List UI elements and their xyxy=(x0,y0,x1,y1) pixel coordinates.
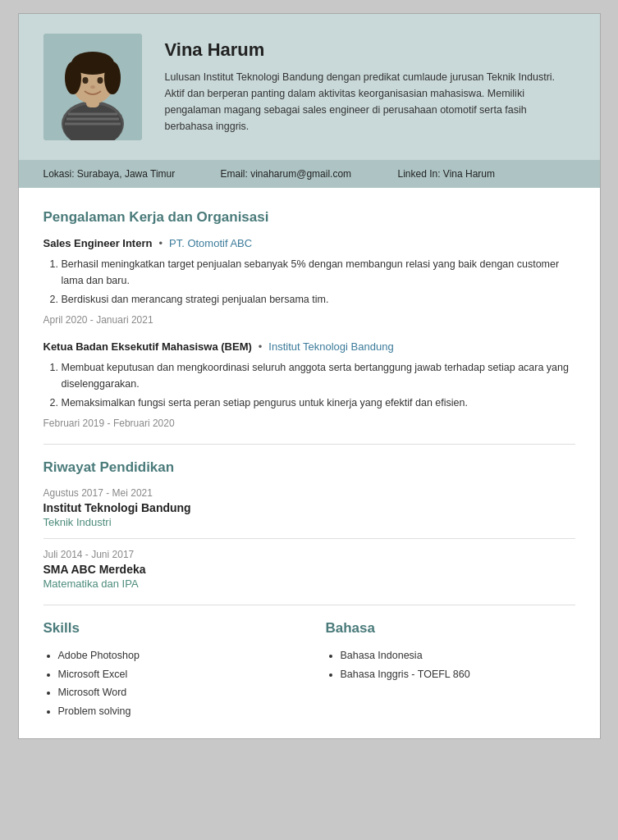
svg-point-11 xyxy=(82,77,88,84)
skills-column: Skills Adobe Photoshop Microsoft Excel M… xyxy=(43,620,293,720)
job-achievements-2: Membuat keputusan dan mengkoordinasi sel… xyxy=(43,359,575,411)
contact-email: Email: vinaharum@gmail.com xyxy=(221,168,398,180)
job-title-1: Sales Engineer Intern xyxy=(43,237,153,249)
section-divider-skills xyxy=(43,605,575,605)
avatar xyxy=(43,34,142,140)
job-header-2: Ketua Badan Eksekutif Mahasiswa (BEM) • … xyxy=(43,340,575,353)
resume-container: Vina Harum Lulusan Institut Teknologi Ba… xyxy=(18,13,601,739)
edu-major-2: Matematika dan IPA xyxy=(43,578,575,590)
skills-language-section: Skills Adobe Photoshop Microsoft Excel M… xyxy=(43,620,575,720)
language-2: Bahasa Inggris - TOEFL 860 xyxy=(341,665,575,684)
work-entry-1: Sales Engineer Intern • PT. Otomotif ABC… xyxy=(43,237,575,326)
skill-2: Microsoft Excel xyxy=(58,665,293,684)
edu-entry-1: Agustus 2017 - Mei 2021 Institut Teknolo… xyxy=(43,487,575,528)
edu-institution-1: Institut Teknologi Bandung xyxy=(43,501,575,514)
job-achievements-1: Berhasil meningkatkan target penjualan s… xyxy=(43,256,575,308)
job-company-1: PT. Otomotif ABC xyxy=(169,237,252,249)
svg-point-12 xyxy=(97,77,103,84)
achievement-2-1: Membuat keputusan dan mengkoordinasi sel… xyxy=(62,359,575,392)
edu-major-1: Teknik Industri xyxy=(43,516,575,528)
job-title-2: Ketua Badan Eksekutif Mahasiswa (BEM) xyxy=(43,340,252,353)
job-dot-2: • xyxy=(259,340,263,353)
contact-linkedin: Linked In: Vina Harum xyxy=(398,168,575,180)
job-header-1: Sales Engineer Intern • PT. Otomotif ABC xyxy=(43,237,575,249)
job-dot-1: • xyxy=(158,237,163,249)
skills-title: Skills xyxy=(43,620,293,637)
header-section: Vina Harum Lulusan Institut Teknologi Ba… xyxy=(19,14,600,160)
language-list: Bahasa Indonesia Bahasa Inggris - TOEFL … xyxy=(326,646,575,683)
edu-institution-2: SMA ABC Merdeka xyxy=(43,563,575,576)
svg-point-10 xyxy=(104,62,121,94)
edu-divider xyxy=(43,538,575,539)
header-text: Vina Harum Lulusan Institut Teknologi Ba… xyxy=(165,39,575,135)
language-1: Bahasa Indonesia xyxy=(341,646,575,665)
skill-4: Problem solving xyxy=(58,702,293,721)
section-divider-education xyxy=(43,444,575,445)
skill-3: Microsoft Word xyxy=(58,683,293,702)
main-content: Pengalaman Kerja dan Organisasi Sales En… xyxy=(19,188,600,738)
svg-point-9 xyxy=(65,62,81,94)
work-entry-2: Ketua Badan Eksekutif Mahasiswa (BEM) • … xyxy=(43,340,575,429)
candidate-name: Vina Harum xyxy=(165,39,575,61)
achievement-1-1: Berhasil meningkatkan target penjualan s… xyxy=(62,256,575,289)
work-section-title: Pengalaman Kerja dan Organisasi xyxy=(43,209,575,226)
candidate-bio: Lulusan Institut Teknologi Bandung denga… xyxy=(165,69,575,135)
language-column: Bahasa Bahasa Indonesia Bahasa Inggris -… xyxy=(326,620,575,720)
job-company-2: Institut Teknologi Bandung xyxy=(268,340,393,353)
skills-list: Adobe Photoshop Microsoft Excel Microsof… xyxy=(43,646,293,720)
avatar-image xyxy=(43,34,142,140)
language-title: Bahasa xyxy=(326,620,575,637)
edu-entry-2: Juli 2014 - Juni 2017 SMA ABC Merdeka Ma… xyxy=(43,549,575,590)
job-date-1: April 2020 - Januari 2021 xyxy=(43,314,575,326)
edu-date-2: Juli 2014 - Juni 2017 xyxy=(43,549,575,560)
job-date-2: Februari 2019 - Februari 2020 xyxy=(43,418,575,429)
svg-point-13 xyxy=(90,85,95,89)
skill-1: Adobe Photoshop xyxy=(58,646,293,665)
education-section-title: Riwayat Pendidikan xyxy=(43,459,575,476)
achievement-2-2: Memaksimalkan fungsi serta peran setiap … xyxy=(62,395,575,411)
contact-location: Lokasi: Surabaya, Jawa Timur xyxy=(43,168,221,180)
achievement-1-2: Berdiskusi dan merancang strategi penjua… xyxy=(62,291,575,308)
edu-date-1: Agustus 2017 - Mei 2021 xyxy=(43,487,575,499)
contact-bar: Lokasi: Surabaya, Jawa Timur Email: vina… xyxy=(19,160,600,188)
